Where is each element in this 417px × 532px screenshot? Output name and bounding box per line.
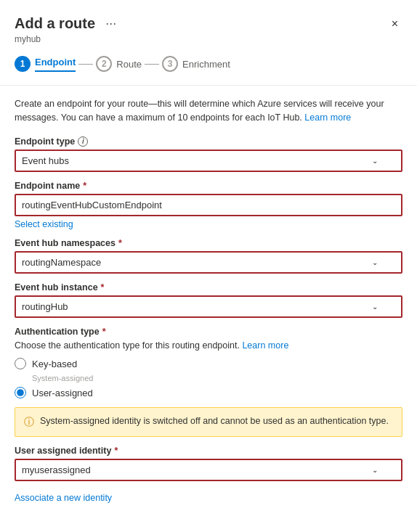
key-based-label: Key-based — [32, 359, 77, 369]
warning-text: System-assigned identity is switched off… — [40, 415, 389, 428]
endpoint-name-label: Endpoint name * — [15, 181, 402, 191]
endpoint-name-input[interactable] — [15, 194, 402, 216]
event-hub-namespaces-required: * — [118, 238, 122, 248]
user-assigned-identity-group: User assigned identity * myuserassigned … — [15, 446, 402, 481]
title-row: Add a route ··· × — [15, 15, 402, 33]
user-assigned-identity-select[interactable]: myuserassigned ⌄ — [15, 459, 402, 481]
step-route[interactable]: 2 Route — [96, 52, 142, 76]
learn-more-link[interactable]: Learn more — [304, 112, 351, 123]
step-divider-1 — [78, 64, 93, 65]
step-2-label: Route — [116, 59, 142, 70]
endpoint-type-select[interactable]: Event hubs ⌄ — [15, 150, 402, 172]
auth-type-section: Authentication type * Choose the authent… — [15, 327, 402, 399]
auth-type-label: Authentication type * — [15, 327, 402, 337]
panel-subtitle: myhub — [15, 34, 402, 44]
endpoint-name-group: Endpoint name * Select existing — [15, 181, 402, 229]
user-assigned-identity-chevron-icon: ⌄ — [372, 466, 378, 474]
endpoint-type-info-icon[interactable]: i — [78, 136, 88, 147]
system-assigned-sublabel: System-assigned — [32, 374, 402, 382]
event-hub-namespaces-group: Event hub namespaces * routingNamespace … — [15, 238, 402, 274]
endpoint-type-group: Endpoint type i Event hubs ⌄ — [15, 136, 402, 172]
close-button[interactable]: × — [387, 16, 402, 32]
user-assigned-label: User-assigned — [32, 388, 93, 398]
ellipsis-button[interactable]: ··· — [101, 15, 121, 33]
event-hub-instance-group: Event hub instance * routingHub ⌄ — [15, 282, 402, 318]
associate-new-identity-link[interactable]: Associate a new identity — [15, 493, 112, 503]
key-based-radio[interactable] — [15, 358, 26, 369]
radio-group: Key-based System-assigned User-assigned — [15, 358, 402, 398]
event-hub-namespaces-label: Event hub namespaces * — [15, 238, 402, 248]
event-hub-instance-chevron-icon: ⌄ — [372, 303, 378, 311]
endpoint-type-chevron-icon: ⌄ — [372, 157, 378, 165]
radio-key-based[interactable]: Key-based — [15, 358, 402, 369]
step-3-label: Enrichment — [182, 59, 230, 70]
system-assigned-wrapper: System-assigned — [15, 374, 402, 382]
step-divider-2 — [145, 64, 159, 65]
event-hub-namespaces-select[interactable]: routingNamespace ⌄ — [15, 251, 402, 274]
panel-title: Add a route — [15, 15, 95, 32]
step-1-circle: 1 — [15, 56, 31, 72]
auth-description: Choose the authentication type for this … — [15, 340, 402, 353]
endpoint-type-label: Endpoint type i — [15, 136, 402, 147]
event-hub-instance-required: * — [101, 282, 105, 292]
panel-header: Add a route ··· × myhub 1 Endpoint 2 Rou… — [0, 0, 417, 86]
radio-user-assigned[interactable]: User-assigned — [15, 387, 402, 398]
add-route-panel: Add a route ··· × myhub 1 Endpoint 2 Rou… — [0, 0, 417, 532]
select-existing-link[interactable]: Select existing — [15, 219, 73, 229]
step-2-circle: 2 — [96, 56, 112, 72]
panel-body: Create an endpoint for your route—this w… — [0, 86, 417, 517]
auth-learn-more-link[interactable]: Learn more — [242, 340, 288, 351]
step-endpoint[interactable]: 1 Endpoint — [15, 52, 76, 76]
warning-box: ⓘ System-assigned identity is switched o… — [15, 407, 402, 437]
user-assigned-identity-required: * — [114, 446, 118, 456]
step-1-label: Endpoint — [35, 57, 76, 72]
steps-row: 1 Endpoint 2 Route 3 Enrichment — [15, 52, 402, 76]
user-assigned-radio[interactable] — [15, 387, 26, 398]
endpoint-name-required: * — [83, 181, 86, 191]
description-text: Create an endpoint for your route—this w… — [15, 97, 402, 125]
event-hub-instance-select[interactable]: routingHub ⌄ — [15, 295, 402, 318]
step-enrichment[interactable]: 3 Enrichment — [162, 52, 230, 76]
warning-icon: ⓘ — [24, 416, 34, 429]
auth-type-required: * — [102, 327, 106, 337]
step-3-circle: 3 — [162, 56, 178, 72]
event-hub-namespaces-chevron-icon: ⌄ — [372, 258, 378, 266]
event-hub-instance-label: Event hub instance * — [15, 282, 402, 292]
user-assigned-identity-label: User assigned identity * — [15, 446, 402, 456]
